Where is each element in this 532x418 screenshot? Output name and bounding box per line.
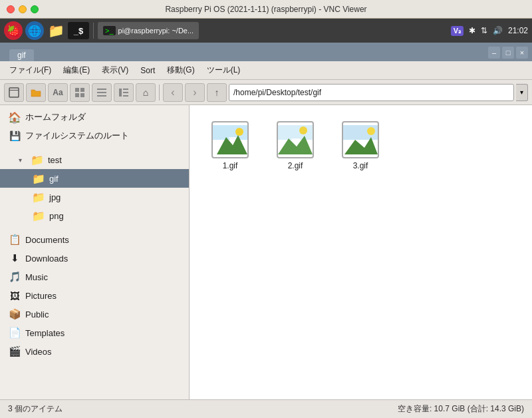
maximize-button[interactable] [31,5,39,13]
home-btn[interactable]: ⌂ [136,83,156,102]
file-item-3gif[interactable]: 3.gif [331,116,390,176]
downloads-icon: ⬇ [8,252,21,265]
taskbar: 🍓 🌐 📁 _$ >_ pi@raspberrypi: ~/De... V₂ ✱… [0,19,532,43]
sidebar-downloads-label: Downloads [25,254,68,264]
videos-icon: 🎬 [8,345,21,358]
menu-sort[interactable]: Sort [135,65,160,77]
outer-titlebar: Raspberry Pi OS (2021-1-11) (raspberrypi… [0,0,532,19]
file-item-1gif[interactable]: 1.gif [200,116,260,176]
menu-edit[interactable]: 編集(E) [58,63,95,77]
terminal-app-icon: >_ [103,26,116,35]
sidebar-tree-gif-label: gif [49,174,59,184]
address-dropdown[interactable]: ▾ [516,84,528,101]
svg-rect-5 [80,93,84,97]
sidebar-item-music[interactable]: 🎵 Music [0,268,189,286]
file-icon-1gif [211,121,249,158]
sidebar-places: 📋 Documents ⬇ Downloads 🎵 Music 🖼 Pictur… [0,228,189,363]
sidebar-public-label: Public [25,310,49,319]
vnc-window-tab[interactable]: gif [9,49,34,61]
vnc-tab-label: gif [17,51,26,60]
minimize-button[interactable] [19,5,27,13]
raspberry-menu-icon[interactable]: 🍓 [4,21,23,40]
menu-tools[interactable]: ツール(L) [201,63,246,77]
sidebar-item-downloads[interactable]: ⬇ Downloads [0,249,189,268]
list-view-btn[interactable] [92,83,112,102]
folder-btn[interactable] [26,83,46,102]
files-icon[interactable]: 📁 [47,21,65,40]
file-name-1gif: 1.gif [223,161,238,170]
back-btn[interactable]: ‹ [163,83,183,102]
window-title: Raspberry Pi OS (2021-1-11) (raspberrypi… [165,5,366,14]
vnc-close-btn[interactable]: × [516,47,528,59]
sidebar-tree-gif[interactable]: 📁 gif [0,169,189,188]
file-item-2gif[interactable]: 2.gif [265,116,325,176]
svg-rect-1 [9,90,19,91]
terminal-dark-icon[interactable]: _$ [68,22,89,39]
sidebar-pictures-label: Pictures [25,291,57,301]
svg-rect-2 [75,88,79,92]
sidebar-tree-jpg[interactable]: 📁 jpg [0,188,189,206]
menubar: ファイル(F) 編集(E) 表示(V) Sort 移動(G) ツール(L) [0,61,532,80]
sidebar-tree-png-label: png [49,211,64,221]
statusbar: 3 個のアイテム 空き容量: 10.7 GiB (合計: 14.3 GiB) [0,399,532,418]
system-tray: V₂ ✱ ⇅ 🔊 21:02 [451,26,528,36]
sidebar-item-templates[interactable]: 📄 Templates [0,323,189,342]
folder-icon-gif: 📁 [32,172,45,185]
vnc-tray-icon: V₂ [451,26,464,36]
toolbar: Aa ⌂ ‹ › ↑ /home/pi/Desktop/test/gif ▾ [0,80,532,105]
new-window-btn[interactable] [4,83,24,102]
volume-icon: 🔊 [493,26,503,35]
up-btn[interactable]: ↑ [207,83,227,102]
menu-go[interactable]: 移動(G) [162,63,200,77]
folder-icon-test: 📁 [31,153,44,166]
taskbar-separator [93,23,94,39]
sidebar-item-root[interactable]: 💾 ファイルシステムのルート [0,126,189,145]
file-icon-3gif [342,121,379,158]
close-button[interactable] [7,5,15,13]
sidebar-documents-label: Documents [25,235,69,245]
svg-rect-6 [97,89,106,90]
network-icon: ⇅ [481,26,487,35]
menu-view[interactable]: 表示(V) [96,63,134,77]
statusbar-free-space: 空き容量: 10.7 GiB (合計: 14.3 GiB) [398,403,524,415]
sidebar-tree: ▾ 📁 test 📁 gif 📁 jpg 📁 png [0,148,189,228]
terminal-app-btn[interactable]: >_ pi@raspberrypi: ~/De... [98,22,199,39]
svg-rect-4 [75,93,79,97]
sidebar-templates-label: Templates [25,328,65,338]
address-bar[interactable]: /home/pi/Desktop/test/gif [229,84,514,101]
sidebar-home-label: ホームフォルダ [25,111,86,123]
folder-icon-png: 📁 [32,209,45,222]
sidebar-item-documents[interactable]: 📋 Documents [0,230,189,249]
sidebar-item-pictures[interactable]: 🖼 Pictures [0,286,189,305]
svg-rect-12 [123,95,128,97]
sidebar-bookmarks: 🏠 ホームフォルダ 💾 ファイルシステムのルート [0,105,189,148]
vnc-minimize-btn[interactable]: – [488,47,500,59]
sidebar-item-videos[interactable]: 🎬 Videos [0,342,189,361]
svg-point-18 [299,126,307,134]
svg-rect-0 [9,88,19,97]
sidebar: 🏠 ホームフォルダ 💾 ファイルシステムのルート ▾ 📁 test 📁 gif [0,105,190,399]
vnc-tab-bar: gif – □ × [0,43,532,61]
menu-file[interactable]: ファイル(F) [4,63,57,77]
sidebar-videos-label: Videos [25,347,52,357]
copy-btn[interactable]: Aa [48,83,68,102]
documents-icon: 📋 [8,233,21,246]
grid-view-btn[interactable] [70,83,90,102]
forward-btn[interactable]: › [185,83,205,102]
sidebar-tree-test-label: test [48,155,62,165]
sidebar-item-public[interactable]: 📦 Public [0,305,189,323]
sidebar-root-label: ファイルシステムのルート [25,130,129,142]
browser-icon[interactable]: 🌐 [25,21,44,40]
toolbar-sep1 [159,85,160,101]
clock: 21:02 [508,26,528,35]
svg-point-22 [367,127,375,135]
templates-icon: 📄 [8,326,21,339]
detail-view-btn[interactable] [114,83,134,102]
sidebar-item-home[interactable]: 🏠 ホームフォルダ [0,108,189,126]
sidebar-tree-test[interactable]: ▾ 📁 test [0,150,189,169]
main-content: 🏠 ホームフォルダ 💾 ファイルシステムのルート ▾ 📁 test 📁 gif [0,105,532,399]
svg-point-14 [235,128,243,136]
sidebar-tree-png[interactable]: 📁 png [0,206,189,225]
vnc-restore-btn[interactable]: □ [502,47,514,59]
hdd-icon: 💾 [8,129,21,142]
